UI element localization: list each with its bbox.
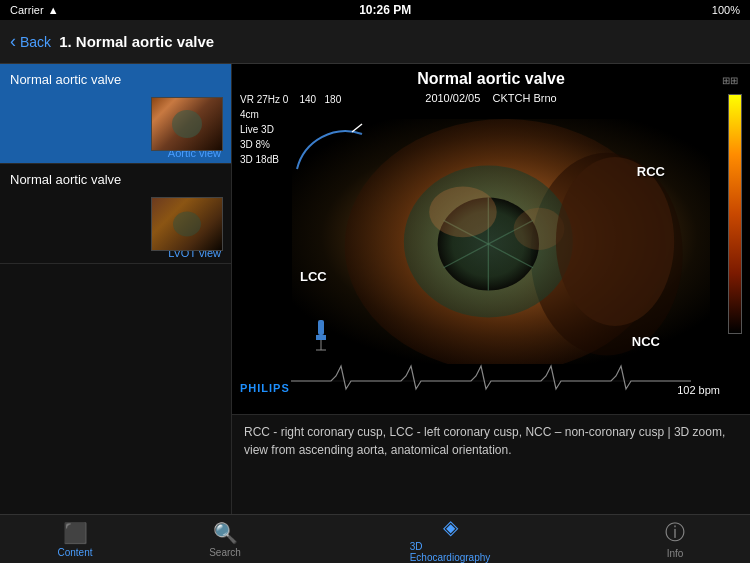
svg-point-10 (556, 157, 674, 326)
status-left: Carrier ▲ (10, 4, 59, 16)
nav-bar: ‹ Back 1. Normal aortic valve (0, 20, 750, 64)
sidebar-thumbnail-2 (151, 197, 223, 251)
back-chevron-icon: ‹ (10, 31, 16, 52)
tab-info-label: Info (667, 548, 684, 559)
ecg-svg (262, 361, 720, 396)
svg-rect-12 (316, 335, 326, 340)
thumbnail-image-1 (152, 98, 222, 150)
ncc-label: NCC (632, 334, 660, 349)
bpm-display: 102 bpm (677, 384, 720, 396)
svg-rect-11 (318, 320, 324, 335)
heart-3d-render (292, 119, 710, 364)
indicator-svg (311, 320, 331, 355)
echo-date: 2010/02/05 CKTCH Brno (425, 92, 556, 104)
caption-area: RCC - right coronary cusp, LCC - left co… (232, 414, 750, 514)
nav-title: 1. Normal aortic valve (59, 33, 214, 50)
vr-hz-text: VR 27Hz 0 (240, 94, 288, 105)
echo-institution: CKTCH Brno (493, 92, 557, 104)
content-area: Normal aortic valve ⊞⊞ 2010/02/05 CKTCH … (232, 64, 750, 514)
content-title: Normal aortic valve (324, 70, 658, 88)
wifi-icon: ▲ (48, 4, 59, 16)
echo-indicator (311, 320, 331, 359)
tab-3d-echo[interactable]: ◈ 3DEchocardiography (300, 515, 600, 563)
sidebar-item-aortic-active[interactable]: Normal aortic valve Aortic view (0, 64, 231, 164)
color-scale-bar (728, 94, 742, 334)
sidebar-item-lvot[interactable]: Normal aortic valve LVOT view (0, 164, 231, 264)
range2-text: 180 (325, 94, 342, 105)
content-header: Normal aortic valve ⊞⊞ (232, 64, 750, 92)
carrier-label: Carrier (10, 4, 44, 16)
ecg-area (262, 361, 720, 396)
thumbnail-image-2 (152, 198, 222, 250)
caption-text: RCC - right coronary cusp, LCC - left co… (244, 423, 738, 459)
tab-bar: ⬛ Content 🔍 Search ◈ 3DEchocardiography … (0, 514, 750, 563)
vr-hz: VR 27Hz 0 140 180 (240, 92, 341, 107)
sidebar-thumbnail-1 (151, 97, 223, 151)
folder-icon: ⬛ (63, 521, 88, 545)
tab-content-label: Content (57, 547, 92, 558)
heart-svg (292, 119, 710, 364)
status-battery: 100% (712, 4, 740, 16)
main-layout: Normal aortic valve Aortic view Normal a… (0, 64, 750, 514)
status-bar: Carrier ▲ 10:26 PM 100% (0, 0, 750, 20)
lcc-label: LCC (300, 269, 327, 284)
philips-logo-area: PHILIPS (240, 378, 290, 396)
svg-point-8 (429, 187, 497, 238)
echo-image: 2010/02/05 CKTCH Brno VR 27Hz 0 140 180 … (232, 64, 750, 414)
search-icon: 🔍 (213, 521, 238, 545)
back-button[interactable]: ‹ Back (10, 31, 51, 52)
rcc-label: RCC (637, 164, 665, 179)
sidebar-item-title-1: Normal aortic valve (0, 64, 231, 91)
back-label: Back (20, 34, 51, 50)
echo-icon: ◈ (443, 515, 458, 539)
tab-echo-label: 3DEchocardiography (410, 541, 491, 563)
range1-text: 140 (299, 94, 316, 105)
tab-search[interactable]: 🔍 Search (150, 515, 300, 563)
sidebar-item-title-2: Normal aortic valve (0, 164, 231, 191)
sidebar: Normal aortic valve Aortic view Normal a… (0, 64, 232, 514)
echo-date-text: 2010/02/05 (425, 92, 480, 104)
philips-logo-text: PHILIPS (240, 382, 290, 394)
status-time: 10:26 PM (359, 3, 411, 17)
echo-background: 2010/02/05 CKTCH Brno VR 27Hz 0 140 180 … (232, 64, 750, 414)
tab-content[interactable]: ⬛ Content (0, 515, 150, 563)
info-icon: ⓘ (665, 519, 685, 546)
content-institution-icon: ⊞⊞ (722, 75, 738, 86)
sidebar-spacer (0, 264, 231, 514)
tab-search-label: Search (209, 547, 241, 558)
tab-info[interactable]: ⓘ Info (600, 515, 750, 563)
